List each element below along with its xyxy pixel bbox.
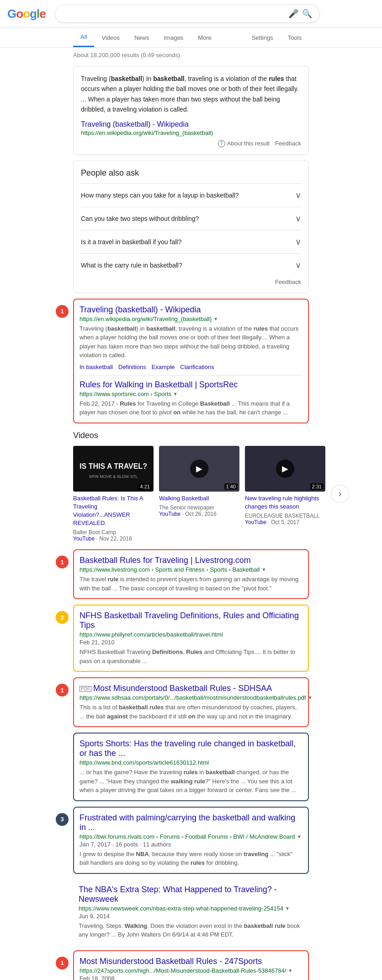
question-icon: ? [218,140,225,147]
badge-3: 2 [56,611,69,624]
tab-tools[interactable]: Tools [281,29,309,47]
paa-item-2[interactable]: Can you take two steps without dribbling… [81,207,301,230]
badge-6: 3 [56,813,69,826]
sub-link-1a[interactable]: In basketball [80,364,113,370]
result-title-6[interactable]: Frustrated with palming/carrying the bas… [80,813,302,832]
result-url-6: https://bwi.forums.rivals.com › Forums ›… [80,833,302,840]
result-item-8: 1 Most Misunderstood Basketball Rules - … [73,950,309,980]
chevron-down-icon-3: ∨ [295,237,301,247]
result-title-5[interactable]: Sports Shorts: Has the traveling rule ch… [80,739,302,758]
video-duration-3: 2:31 [310,483,324,490]
results-count: About 18,200,000 results (0.49 seconds) [73,52,180,59]
dropdown-icon-7[interactable]: ▼ [285,906,290,911]
badge-1: 1 [56,305,69,318]
result-title-4[interactable]: PDFMost Misunderstood Basketball Rules -… [80,684,302,693]
result-title-2[interactable]: Basketball Rules for Traveling | Livestr… [80,556,302,565]
play-button-2[interactable]: ▶ [190,460,208,478]
paa-title: People also ask [81,168,301,178]
dropdown-icon-6[interactable]: ▼ [297,834,302,839]
result-snippet-3: NFHS Basketball Traveling Definitions, R… [80,648,302,665]
result-item-7: The NBA's Extra Step: What Happened to T… [73,879,309,945]
tab-settings[interactable]: Settings [244,29,281,47]
video-duration-2: 1:40 [224,483,238,490]
result-item-2: 1 Basketball Rules for Traveling | Lives… [73,549,309,599]
paa-item-1[interactable]: How many steps can you take for a layup … [81,183,301,207]
video-title-1: Basketball Rules: Is This A Traveling Vi… [73,494,154,528]
snippet-link[interactable]: Traveling (basketball) - Wikipedia [81,120,301,129]
snippet-text: Traveling (basketball) In basketball, tr… [81,74,301,115]
dropdown-icon-4[interactable]: ▼ [308,695,313,700]
result-title-7[interactable]: The NBA's Extra Step: What Happened to T… [79,885,303,904]
video-source-1: Baller Boot Camp YouTube · Nov 22, 2016 [73,529,154,542]
dropdown-icon-1[interactable]: ▼ [213,316,218,321]
paa-question-4: What is the carry rule in basketball? [81,262,182,269]
dropdown-icon-1b[interactable]: ▼ [173,391,178,396]
people-also-ask: People also ask How many steps can you t… [73,161,309,293]
search-icon[interactable]: 🔍 [302,9,312,19]
sub-link-1c[interactable]: Example [152,364,175,370]
video-thumb-2[interactable]: ▶ 1:40 [159,446,239,492]
dropdown-icon-8[interactable]: ▼ [288,968,292,973]
video-source-3: EUROLEAGUE BASKETBALL YouTube · Oct 5, 2… [245,513,325,525]
result-snippet-6: I grew to despise the NBA, because they … [80,850,302,868]
video-card-2[interactable]: ▶ 1:40 Walking Basketball The Senior new… [159,446,239,517]
result-title-1b[interactable]: Rules for Walking in Basketball | Sports… [80,380,302,390]
tab-news[interactable]: News [127,29,157,47]
result-item-6: 3 Frustrated with palming/carrying the b… [73,807,309,874]
sub-link-1d[interactable]: Clarifications [180,364,214,370]
play-button-3[interactable]: ▶ [276,460,294,478]
chevron-down-icon-2: ∨ [295,214,301,224]
result-date-3: Feb 21, 2010 [80,639,302,646]
featured-snippet: Traveling (basketball) In basketball, tr… [73,66,309,155]
sub-link-1b[interactable]: Definitions [118,364,146,370]
result-snippet-7: Traveling. Steps. Walking. Does the viol… [79,921,303,939]
tab-videos[interactable]: Videos [94,29,127,47]
about-result[interactable]: ? About this result [218,140,270,147]
chevron-down-icon-4: ∨ [295,260,301,270]
result-snippet-4: This is a list of basketball rules that … [80,703,302,721]
result-snippet-1: Traveling (basketball) in basketball, tr… [80,324,302,360]
videos-next-arrow[interactable]: › [331,485,349,503]
paa-question-2: Can you take two steps without dribbling… [81,215,199,222]
result-title-1[interactable]: Traveling (basketball) - Wikipedia [80,305,302,315]
video-thumb-1[interactable]: IS THIS A TRAVEL? SPIN MOVE & SLOW STL 4… [73,446,154,492]
result-item-4: 1 PDFMost Misunderstood Basketball Rules… [73,677,309,727]
search-input[interactable]: rule against walking with the basketball [63,10,285,18]
snippet-url: https://en.wikipedia.org/wiki/Traveling_… [81,129,301,136]
paa-item-4[interactable]: What is the carry rule in basketball? ∨ [81,253,301,277]
result-url-1: https://en.wikipedia.org/wiki/Traveling_… [80,316,302,322]
result-item-3: 2 NFHS Basketball Traveling Definitions,… [73,605,309,672]
result-url-5: https://www.bnd.com/sports/article616301… [80,759,302,766]
video-title-3: New traveling rule highlights changes th… [245,494,325,511]
result-url-1b: https://www.sportsrec.com › Sports ▼ [80,391,302,397]
feedback-link[interactable]: Feedback [275,140,301,147]
chevron-down-icon-1: ∨ [295,190,301,200]
video-source-2: The Senior newspaper YouTube · Oct 26, 2… [159,504,239,517]
tab-images[interactable]: Images [156,29,191,47]
paa-question-3: Is it a travel in basketball if you fall… [81,238,181,246]
badge-2: 1 [56,556,69,568]
google-logo: Google [7,7,46,21]
result-snippet-2: The travel rule is intended to prevent p… [80,575,302,593]
paa-question-1: How many steps can you take for a layup … [81,192,239,199]
badge-8: 1 [56,957,69,969]
badge-4: 1 [56,684,69,696]
video-thumb-3[interactable]: ▶ 2:31 [245,446,325,492]
video-card-1[interactable]: IS THIS A TRAVEL? SPIN MOVE & SLOW STL 4… [73,446,154,542]
result-snippet-5: ... or has the game? Have the traveling … [80,768,302,795]
paa-feedback[interactable]: Feedback [275,278,301,285]
tab-all[interactable]: All [73,28,94,47]
result-title-8[interactable]: Most Misunderstood Basketball Rules - 24… [80,957,302,966]
result-url-7: https://www.newsweek.com/nbas-extra-step… [79,905,303,912]
result-title-3[interactable]: NFHS Basketball Traveling Definitions, R… [80,611,302,630]
videos-section: Videos IS THIS A TRAVEL? SPIN MOVE & SLO… [73,431,309,542]
dropdown-icon-2[interactable]: ▼ [261,567,266,572]
mic-icon[interactable]: 🎤 [288,9,298,19]
result-url-3: https://www.phillyref.com/articles/baske… [80,631,302,638]
video-card-3[interactable]: ▶ 2:31 New traveling rule highlights cha… [245,446,325,525]
result-item-5: Sports Shorts: Has the traveling rule ch… [73,733,309,801]
paa-item-3[interactable]: Is it a travel in basketball if you fall… [81,230,301,253]
video-title-2: Walking Basketball [159,494,239,503]
tab-more[interactable]: More [191,29,219,47]
result-url-4: https://www.sdhsaa.com/portals/0/.../bas… [80,694,302,701]
